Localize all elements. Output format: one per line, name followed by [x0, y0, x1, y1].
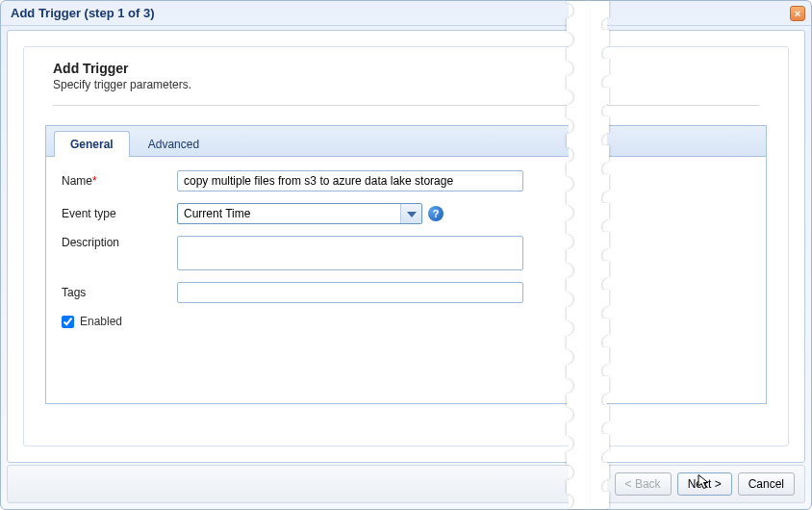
event-type-label: Event type: [62, 207, 177, 220]
dialog-body: Add Trigger Specify trigger parameters. …: [7, 30, 805, 463]
close-icon: ×: [795, 8, 800, 19]
dialog-window: Add Trigger (step 1 of 3) × Add Trigger …: [0, 0, 812, 510]
event-type-input[interactable]: [178, 205, 400, 222]
tab-general-label: General: [70, 138, 114, 151]
heading-block: Add Trigger Specify trigger parameters.: [24, 47, 788, 101]
dialog-footer: < Back Next > Cancel: [7, 465, 805, 503]
help-icon[interactable]: ?: [428, 206, 444, 221]
tab-advanced-label: Advanced: [148, 138, 199, 151]
row-tags: Tags: [62, 282, 750, 303]
name-label-text: Name: [62, 174, 92, 188]
row-enabled: Enabled: [62, 315, 750, 328]
tags-input[interactable]: [177, 282, 523, 303]
back-button: < Back: [615, 472, 672, 496]
tags-label: Tags: [62, 286, 177, 299]
cancel-button[interactable]: Cancel: [738, 472, 795, 496]
event-type-dropdown-trigger[interactable]: [400, 204, 421, 223]
tab-advanced[interactable]: Advanced: [132, 131, 216, 157]
tab-container: General Advanced Name* Event type: [45, 125, 767, 404]
chevron-down-icon: [407, 207, 417, 220]
torn-edge-decoration: [569, 1, 607, 509]
name-label: Name*: [62, 174, 177, 188]
next-button-label: Next >: [688, 477, 722, 491]
enabled-checkbox[interactable]: [62, 316, 74, 328]
description-label: Description: [62, 236, 177, 249]
next-button[interactable]: Next >: [677, 472, 732, 496]
tab-general[interactable]: General: [54, 131, 130, 157]
title-bar: Add Trigger (step 1 of 3): [1, 1, 811, 26]
name-input[interactable]: [177, 170, 523, 191]
description-input[interactable]: [177, 236, 523, 270]
form-body: Name* Event type: [46, 157, 766, 353]
inner-panel: Add Trigger Specify trigger parameters. …: [23, 46, 789, 446]
tab-strip: General Advanced: [46, 126, 766, 157]
close-button[interactable]: ×: [790, 6, 805, 21]
enabled-label: Enabled: [80, 315, 122, 328]
heading-subtitle: Specify trigger parameters.: [53, 78, 759, 91]
row-event-type: Event type ?: [62, 203, 750, 224]
heading-title: Add Trigger: [53, 61, 759, 76]
event-type-combo-wrap: ?: [177, 203, 444, 224]
event-type-combo[interactable]: [177, 203, 422, 224]
heading-divider: [53, 105, 759, 106]
dialog-title: Add Trigger (step 1 of 3): [11, 6, 155, 20]
required-asterisk: *: [92, 174, 97, 188]
row-name: Name*: [62, 170, 750, 191]
row-description: Description: [62, 236, 750, 270]
